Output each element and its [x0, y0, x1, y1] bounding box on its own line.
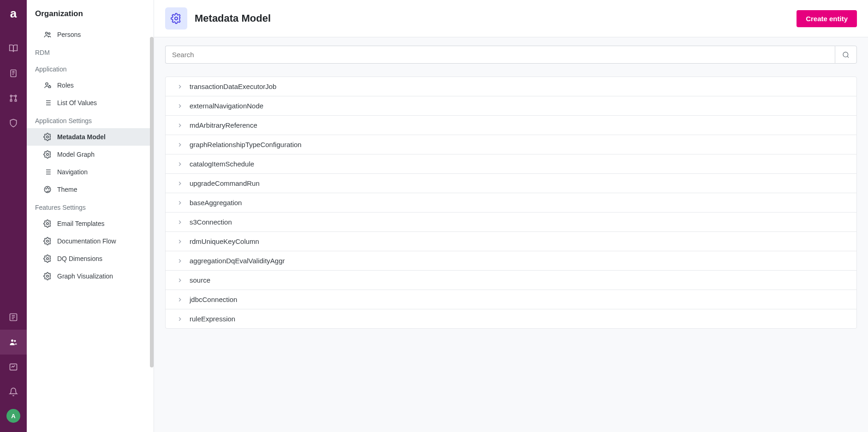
svg-point-14: [47, 154, 49, 156]
user-avatar[interactable]: A: [6, 409, 20, 423]
svg-rect-4: [15, 100, 16, 101]
entity-name: mdArbitraryReference: [190, 121, 257, 129]
search-input[interactable]: [165, 46, 835, 64]
sidebar-item-label: DQ Dimensions: [57, 255, 102, 262]
gear-icon: [43, 133, 52, 141]
sidebar-item-label: Email Templates: [57, 220, 104, 227]
entity-name: transactionDataExecutorJob: [190, 83, 276, 90]
sidebar-item-label: Model Graph: [57, 151, 95, 158]
sidebar-section-label: RDM: [27, 43, 154, 60]
book-icon: [9, 44, 18, 53]
rail-item-workflow[interactable]: [0, 86, 27, 111]
svg-point-24: [843, 52, 848, 57]
chevron-right-icon: [177, 316, 183, 322]
entity-name: s3Connection: [190, 218, 232, 226]
rail-item-book[interactable]: [0, 36, 27, 61]
page-title: Metadata Model: [195, 12, 271, 24]
clipboard-icon: [9, 69, 18, 78]
chevron-right-icon: [177, 296, 183, 303]
entity-row[interactable]: catalogItemSchedule: [166, 154, 856, 174]
sidebar-body: PersonsRDMApplicationRolesList Of Values…: [27, 26, 154, 432]
chevron-right-icon: [177, 180, 183, 187]
chevron-right-icon: [177, 200, 183, 206]
chevron-right-icon: [177, 142, 183, 148]
entity-row[interactable]: rdmUniqueKeyColumn: [166, 232, 856, 251]
rail-item-bell[interactable]: [0, 379, 27, 404]
activity-icon: [9, 362, 18, 372]
rail-item-users[interactable]: [0, 330, 27, 355]
icon-rail: a: [0, 0, 27, 432]
sidebar-item-list-of-values[interactable]: List Of Values: [27, 94, 154, 112]
entity-name: graphRelationshipTypeConfiguration: [190, 141, 302, 148]
search-icon: [842, 51, 850, 59]
svg-rect-3: [10, 100, 12, 101]
sidebar-item-navigation[interactable]: Navigation: [27, 163, 154, 181]
entity-row[interactable]: ruleExpression: [166, 309, 856, 328]
sidebar-item-persons[interactable]: Persons: [27, 26, 154, 43]
sidebar-item-graph-visualization[interactable]: Graph Visualization: [27, 267, 154, 285]
sidebar-scrollbar[interactable]: [150, 37, 154, 367]
bell-icon: [9, 387, 18, 396]
list-square-icon: [9, 313, 18, 322]
user-lock-icon: [43, 81, 52, 89]
users-icon: [9, 337, 18, 347]
sidebar-item-email-templates[interactable]: Email Templates: [27, 215, 154, 232]
gear-icon: [171, 13, 182, 24]
rail-icons-bottom: A: [0, 305, 27, 427]
entity-name: aggregationDqEvalValidityAggr: [190, 257, 285, 265]
sidebar-item-roles[interactable]: Roles: [27, 77, 154, 94]
entity-name: rdmUniqueKeyColumn: [190, 237, 259, 245]
entity-row[interactable]: graphRelationshipTypeConfiguration: [166, 135, 856, 154]
app-root: a: [0, 0, 868, 432]
sidebar-item-metadata-model[interactable]: Metadata Model: [27, 128, 154, 146]
chevron-right-icon: [177, 258, 183, 264]
main-body: transactionDataExecutorJobexternalNaviga…: [154, 37, 868, 432]
rail-item-shield[interactable]: [0, 111, 27, 136]
workflow-icon: [9, 94, 18, 103]
gear-icon: [43, 150, 52, 159]
svg-point-7: [14, 340, 16, 342]
sidebar-item-documentation-flow[interactable]: Documentation Flow: [27, 232, 154, 250]
svg-point-13: [47, 136, 49, 138]
rail-item-clipboard[interactable]: [0, 61, 27, 86]
chevron-right-icon: [177, 277, 183, 284]
entity-row[interactable]: jdbcConnection: [166, 290, 856, 309]
entity-row[interactable]: transactionDataExecutorJob: [166, 77, 856, 96]
sidebar-item-label: Roles: [57, 82, 74, 89]
entity-row[interactable]: s3Connection: [166, 213, 856, 232]
page-title-icon: [165, 7, 187, 30]
sidebar-item-model-graph[interactable]: Model Graph: [27, 146, 154, 163]
entity-name: ruleExpression: [190, 315, 235, 323]
sidebar-item-label: Persons: [57, 31, 81, 38]
svg-point-1: [10, 95, 12, 96]
svg-point-18: [48, 189, 49, 189]
list-icon: [43, 99, 52, 107]
search-button[interactable]: [835, 46, 857, 64]
chevron-right-icon: [177, 161, 183, 167]
svg-point-6: [11, 339, 13, 342]
entity-row[interactable]: mdArbitraryReference: [166, 116, 856, 135]
search-row: [165, 46, 857, 64]
sidebar-item-label: Documentation Flow: [57, 237, 116, 245]
rail-item-list[interactable]: [0, 305, 27, 330]
entity-row[interactable]: externalNavigationNode: [166, 96, 856, 116]
rail-item-monitor[interactable]: [0, 355, 27, 379]
entity-row[interactable]: aggregationDqEvalValidityAggr: [166, 251, 856, 271]
entity-row[interactable]: source: [166, 271, 856, 290]
svg-point-23: [175, 17, 178, 20]
entity-name: externalNavigationNode: [190, 102, 263, 110]
entity-row[interactable]: upgradeCommandRun: [166, 174, 856, 193]
entity-list: transactionDataExecutorJobexternalNaviga…: [165, 77, 857, 329]
create-entity-button[interactable]: Create entity: [797, 10, 857, 27]
gear-icon: [43, 272, 52, 280]
chevron-right-icon: [177, 122, 183, 129]
sidebar-item-theme[interactable]: Theme: [27, 181, 154, 198]
svg-point-21: [47, 258, 49, 260]
sidebar-item-dq-dimensions[interactable]: DQ Dimensions: [27, 250, 154, 267]
app-logo[interactable]: a: [0, 0, 27, 27]
svg-point-17: [47, 188, 48, 189]
sidebar-item-label: Theme: [57, 186, 77, 193]
sidebar-item-label: List Of Values: [57, 99, 97, 107]
svg-point-16: [46, 189, 47, 189]
entity-row[interactable]: baseAggregation: [166, 193, 856, 213]
